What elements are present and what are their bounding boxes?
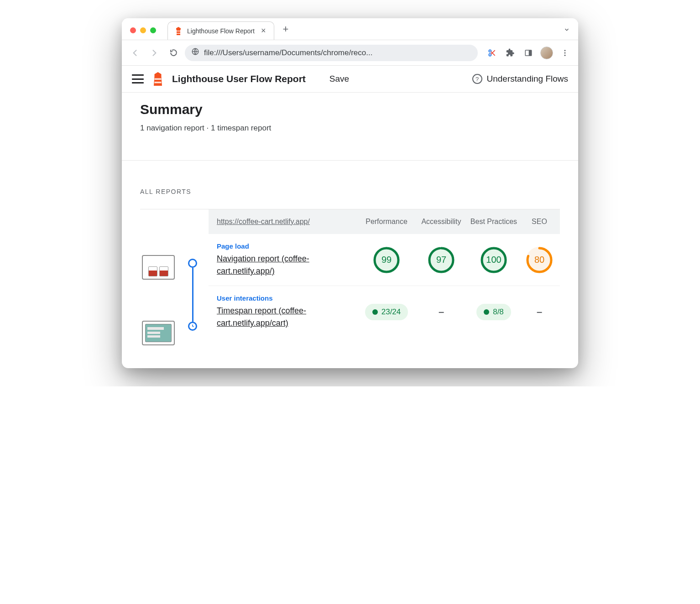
lighthouse-logo-icon <box>152 72 164 86</box>
tab-title: Lighthouse Flow Report <box>187 27 255 35</box>
score-gauge: 99 <box>373 247 400 273</box>
traffic-lights <box>122 27 156 40</box>
lighthouse-favicon-icon <box>174 27 183 35</box>
score-value: 97 <box>436 255 446 265</box>
score-cell-performance: 23/24 <box>359 304 414 320</box>
report-url-link[interactable]: https://coffee-cart.netlify.app/ <box>217 218 310 225</box>
timeline-column <box>186 209 199 345</box>
report-thumbnail <box>142 321 175 345</box>
svg-rect-0 <box>177 30 180 35</box>
all-reports-label: ALL REPORTS <box>140 188 560 195</box>
svg-rect-11 <box>155 78 162 80</box>
menu-button[interactable] <box>132 74 144 83</box>
divider <box>122 160 578 161</box>
col-performance: Performance <box>359 218 414 226</box>
score-cell-performance: 99 <box>359 247 414 273</box>
report-row: User interactions Timespan report (coffe… <box>209 286 560 338</box>
score-value: 100 <box>486 255 501 265</box>
thumbnails-column <box>140 209 177 345</box>
svg-point-8 <box>564 50 566 51</box>
score-pill: 8/8 <box>476 304 511 320</box>
page-header: Lighthouse User Flow Report Save ? Under… <box>122 66 578 93</box>
score-dash: – <box>439 306 444 318</box>
score-cell-best-practices: 100 <box>469 247 519 273</box>
tabs-dropdown-icon[interactable] <box>564 26 570 34</box>
reports-grid: https://coffee-cart.netlify.app/ Perform… <box>209 209 560 345</box>
save-button[interactable]: Save <box>329 74 349 84</box>
score-value: 99 <box>381 255 392 265</box>
reports-table: https://coffee-cart.netlify.app/ Perform… <box>140 209 560 345</box>
page-title: Lighthouse User Flow Report <box>172 73 306 84</box>
scissors-icon[interactable] <box>484 45 500 61</box>
timeline-node-icon <box>188 259 197 268</box>
score-pill: 23/24 <box>365 304 408 320</box>
svg-rect-2 <box>177 33 180 34</box>
summary-heading: Summary <box>140 102 560 117</box>
score-cell-best-practices: 8/8 <box>469 304 519 320</box>
chrome-menu-icon[interactable] <box>557 45 573 61</box>
help-icon: ? <box>472 74 482 84</box>
status-dot-icon <box>372 309 378 315</box>
score-gauge: 80 <box>526 247 553 273</box>
score-value: 80 <box>534 255 544 265</box>
understanding-flows-label: Understanding Flows <box>487 74 568 84</box>
extensions-icon[interactable] <box>502 45 518 61</box>
timeline-clock-icon <box>188 322 197 331</box>
score-dash: – <box>537 306 542 318</box>
maximize-window-button[interactable] <box>150 27 156 33</box>
timeline-connector <box>192 268 193 322</box>
back-button[interactable] <box>127 45 143 61</box>
score-gauge: 100 <box>481 247 507 273</box>
col-accessibility: Accessibility <box>414 218 469 226</box>
reload-button[interactable] <box>166 45 181 61</box>
summary-subtitle: 1 navigation report · 1 timespan report <box>140 124 560 133</box>
svg-rect-12 <box>155 82 162 83</box>
report-category: Page load <box>217 242 359 250</box>
toolbar: file:///Users/username/Documents/chrome/… <box>122 40 578 66</box>
page-content: Summary 1 navigation report · 1 timespan… <box>122 93 578 368</box>
header-url-cell: https://coffee-cart.netlify.app/ <box>209 218 359 226</box>
understanding-flows-link[interactable]: ? Understanding Flows <box>472 74 568 84</box>
score-cell-seo: – <box>519 306 560 318</box>
score-cell-accessibility: – <box>414 306 469 318</box>
report-name-link[interactable]: Navigation report (coffee-cart.netlify.a… <box>217 254 309 276</box>
table-header: https://coffee-cart.netlify.app/ Perform… <box>209 209 560 234</box>
browser-window: Lighthouse Flow Report × + file:///Users… <box>122 18 578 368</box>
score-cell-seo: 80 <box>519 247 560 273</box>
toolbar-actions <box>481 45 573 61</box>
report-row: Page load Navigation report (coffee-cart… <box>209 234 560 286</box>
browser-tab[interactable]: Lighthouse Flow Report × <box>167 21 274 40</box>
forward-button[interactable] <box>146 45 162 61</box>
report-label-cell: Page load Navigation report (coffee-cart… <box>209 242 359 277</box>
svg-point-9 <box>564 52 566 53</box>
sidepanel-icon[interactable] <box>521 45 536 61</box>
close-window-button[interactable] <box>130 27 136 33</box>
report-label-cell: User interactions Timespan report (coffe… <box>209 294 359 329</box>
new-tab-button[interactable]: + <box>274 23 297 40</box>
score-gauge: 97 <box>428 247 454 273</box>
window-titlebar: Lighthouse Flow Report × + <box>122 18 578 40</box>
col-best-practices: Best Practices <box>469 218 519 226</box>
site-info-icon[interactable] <box>191 47 199 58</box>
report-thumbnail <box>142 255 175 280</box>
tab-close-button[interactable]: × <box>259 26 268 36</box>
minimize-window-button[interactable] <box>140 27 146 33</box>
col-seo: SEO <box>519 218 560 226</box>
svg-rect-1 <box>177 31 180 31</box>
score-cell-accessibility: 97 <box>414 247 469 273</box>
url-text: file:///Users/username/Documents/chrome/… <box>204 48 471 57</box>
status-dot-icon <box>484 309 489 315</box>
svg-rect-7 <box>529 50 532 56</box>
svg-point-10 <box>564 54 566 56</box>
address-bar[interactable]: file:///Users/username/Documents/chrome/… <box>185 45 478 61</box>
profile-avatar[interactable] <box>539 45 554 61</box>
report-category: User interactions <box>217 294 359 302</box>
report-name-link[interactable]: Timespan report (coffee-cart.netlify.app… <box>217 306 306 328</box>
